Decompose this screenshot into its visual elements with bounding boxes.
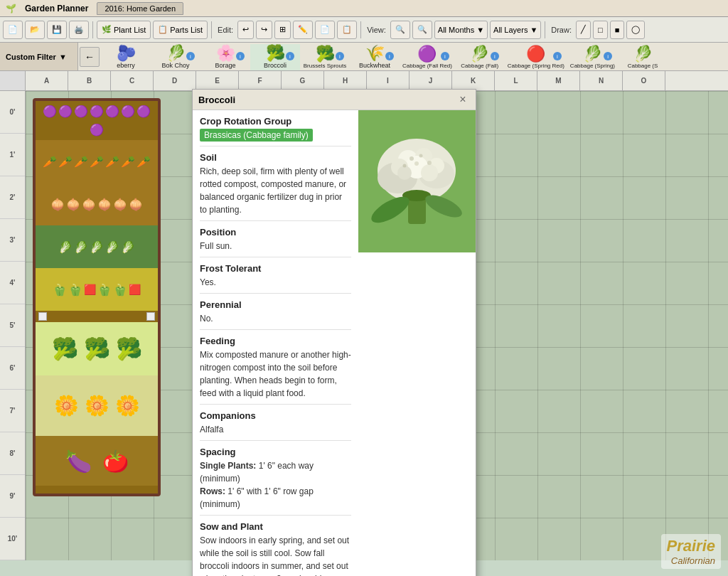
position-section: Position Full sun. [200, 227, 351, 257]
svg-point-17 [414, 161, 419, 166]
buckwheat-label: Buckwheat [359, 62, 390, 69]
plant-nav-back[interactable]: ← [80, 47, 100, 67]
copy-button[interactable]: 📄 [315, 21, 335, 39]
plant-item-cabbage-spring-red[interactable]: 🔴 Cabbage (Spring Red) i [505, 45, 567, 70]
info-panel-left[interactable]: Crop Rotation Group Brassicas (Cabbage f… [193, 110, 358, 576]
months-dropdown[interactable]: All Months ▼ [434, 21, 488, 39]
months-chevron-icon: ▼ [476, 26, 484, 34]
plant-item-bok-choy[interactable]: 🥬 Bok Choy i [151, 44, 200, 70]
print-button[interactable]: 🖨️ [69, 21, 89, 39]
cabbage-fall-red-info-badge: i [441, 52, 449, 60]
resize-handles [36, 311, 158, 322]
filter-chevron-icon: ▼ [59, 53, 67, 61]
col-header-B: B [68, 71, 111, 90]
select-button[interactable]: ⊞ [274, 21, 291, 39]
row-3: 3' [0, 219, 25, 262]
toolbar: 📄 📂 💾 🖨️ 🌿 Plant List 📋 Parts List Edit:… [0, 17, 728, 43]
veg-5-3: 🟥 [84, 284, 96, 295]
resize-handle-left[interactable] [38, 312, 47, 321]
col-header-O: O [623, 71, 665, 90]
veg-1-4: 🟣 [90, 105, 104, 118]
col-headers: A B C D E F G H I J K L M N O [0, 71, 728, 91]
rect-tool-button[interactable]: □ [593, 21, 608, 39]
app-icon: 🌱 [6, 4, 16, 14]
bed-row-2: 🥕 🥕 🥕 🥕 🥕 🥕 🥕 [36, 140, 158, 183]
draw-label: Draw: [549, 26, 574, 34]
veg-5-1: 🫑 [53, 283, 67, 297]
veg-1-8: 🟣 [90, 123, 104, 137]
veg-4-1: 🥬 [58, 240, 73, 254]
window-tab[interactable]: 2016: Home Garden [97, 2, 183, 15]
plant-item-blueberry[interactable]: 🫐 eberry [101, 44, 151, 70]
veg-1-1: 🟣 [43, 105, 57, 118]
plant-item-cabbage-spring[interactable]: 🥬 Cabbage (Spring) i [567, 45, 618, 70]
save-button[interactable]: 💾 [47, 21, 67, 39]
plant-item-borage[interactable]: 🌸 Borage i [200, 44, 250, 70]
modal-close-button[interactable]: × [456, 92, 470, 107]
spacing-single: Single Plants: 1' 6" each way (minimum) [200, 459, 351, 485]
parts-list-button[interactable]: 📋 Parts List [153, 21, 208, 39]
cabbage-s-icon: 🥬 [633, 46, 653, 62]
months-label: All Months [438, 26, 474, 34]
crop-rotation-highlight: Brassicas (Cabbage family) [200, 129, 313, 142]
redo-button[interactable]: ↪ [256, 21, 272, 39]
borage-label: Borage [215, 62, 235, 69]
borage-info-badge: i [236, 52, 245, 60]
brussels-label: Brussels Sprouts [304, 63, 346, 69]
undo-button[interactable]: ↩ [237, 21, 254, 39]
bed-row-7: 🌼 🌼 🌼 [36, 375, 158, 436]
row-4: 4' [0, 262, 25, 304]
plant-item-cabbage-fall[interactable]: 🥬 Cabbage (Fall) i [455, 45, 505, 70]
plant-item-cabbage-s[interactable]: 🥬 Cabbage (S [618, 45, 668, 70]
veg-6-3: 🥦 [116, 336, 142, 361]
paste-button[interactable]: 📋 [337, 21, 357, 39]
cabbage-spring-red-icon: 🔴 [526, 46, 545, 62]
perennial-section: Perennial No. [200, 299, 351, 330]
zoom-out-button[interactable]: 🔍 [412, 21, 432, 39]
open-button[interactable]: 📂 [25, 21, 45, 39]
info-modal-header: Broccoli × [193, 90, 476, 110]
perennial-value: No. [200, 312, 351, 325]
frost-section: Frost Tolerant Yes. [200, 263, 351, 294]
custom-filter[interactable]: Custom Filter ▼ [0, 43, 78, 70]
position-heading: Position [200, 227, 351, 238]
veg-6-1: 🥦 [52, 336, 78, 361]
layers-dropdown[interactable]: All Layers ▼ [490, 21, 541, 39]
col-header-J: J [410, 71, 452, 90]
companions-value: Alfalfa [200, 423, 351, 436]
paint-button[interactable]: ✏️ [293, 21, 313, 39]
bok-choy-info-badge: i [186, 52, 195, 60]
separator-3 [360, 21, 361, 38]
plant-item-cabbage-fall-red[interactable]: 🟣 Cabbage (Fall Red) i [400, 45, 455, 70]
new-button[interactable]: 📄 [3, 21, 23, 39]
line-tool-button[interactable]: ╱ [576, 21, 591, 39]
col-header-N: N [580, 71, 623, 90]
ellipse-button[interactable]: ◯ [626, 21, 645, 39]
veg-5-5: 🫑 [113, 283, 127, 297]
veg-1-3: 🟣 [74, 105, 88, 118]
plant-item-brussels[interactable]: 🥦 Brussels Sprouts i [300, 45, 350, 70]
fill-button[interactable]: ■ [610, 21, 625, 39]
frost-value: Yes. [200, 276, 351, 289]
blueberry-label: eberry [117, 62, 135, 69]
soil-value: Rich, deep soil, firm with plenty of wel… [200, 165, 351, 216]
veg-4-4: 🥬 [105, 240, 119, 254]
plant-item-buckwheat[interactable]: 🌾 Buckwheat i [350, 44, 400, 70]
blueberry-icon: 🫐 [117, 46, 136, 61]
col-header-H: H [324, 71, 367, 90]
svg-point-10 [421, 164, 438, 181]
plant-item-broccoli[interactable]: 🥦 Broccoli i [250, 44, 300, 70]
plant-list-button[interactable]: 🌿 Plant List [97, 21, 151, 39]
svg-point-18 [403, 164, 407, 168]
veg-2-1: 🥕 [43, 155, 57, 169]
broccoli-photo [358, 110, 476, 252]
cabbage-fall-red-label: Cabbage (Fall Red) [402, 63, 452, 69]
veg-1-6: 🟣 [121, 105, 135, 118]
veg-8-2: 🍅 [102, 449, 129, 474]
parts-list-icon: 📋 [158, 25, 168, 34]
resize-handle-right[interactable] [146, 312, 155, 321]
veg-5-6: 🟥 [129, 284, 141, 295]
garden-bed: 🟣 🟣 🟣 🟣 🟣 🟣 🟣 🟣 🥕 🥕 🥕 🥕 🥕 🥕 [33, 98, 161, 496]
row-7: 7' [0, 390, 25, 432]
zoom-in-button[interactable]: 🔍 [390, 21, 410, 39]
